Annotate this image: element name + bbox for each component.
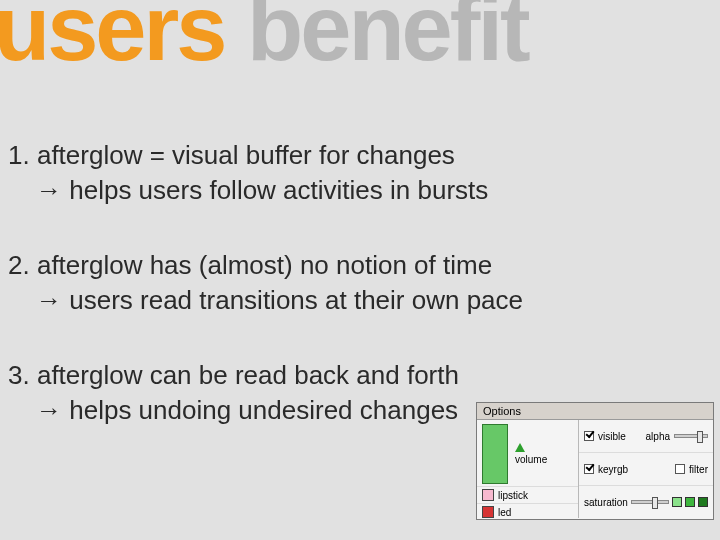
panel-right-column: visible alpha keyrgb filter saturation bbox=[579, 420, 713, 518]
filter-label: filter bbox=[689, 464, 708, 475]
alpha-slider[interactable] bbox=[674, 434, 708, 438]
saturation-row: saturation bbox=[579, 486, 713, 518]
visible-checkbox[interactable] bbox=[584, 431, 594, 441]
led-label: led bbox=[498, 507, 511, 518]
bullet-3-num: 3. bbox=[8, 360, 30, 390]
bullet-1-num: 1. bbox=[8, 140, 30, 170]
alpha-label: alpha bbox=[646, 431, 670, 442]
options-panel: Options volume lipstick led visibl bbox=[476, 402, 714, 520]
title-word-1: users bbox=[0, 0, 225, 79]
sat-swatch-3-icon bbox=[698, 497, 708, 507]
bullet-2-line1: afterglow has (almost) no notion of time bbox=[37, 250, 492, 280]
bullet-2: 2. afterglow has (almost) no notion of t… bbox=[8, 248, 690, 318]
led-row: led bbox=[477, 504, 578, 520]
bullet-3-line1: afterglow can be read back and forth bbox=[37, 360, 459, 390]
keyrgb-row: keyrgb filter bbox=[579, 453, 713, 486]
sat-swatch-2-icon bbox=[685, 497, 695, 507]
arrow-icon: → bbox=[36, 175, 62, 205]
arrow-icon: → bbox=[36, 395, 62, 425]
panel-title: Options bbox=[477, 403, 713, 420]
slide-title: users benefit bbox=[0, 0, 528, 74]
volume-row: volume bbox=[477, 420, 578, 487]
volume-label: volume bbox=[515, 454, 547, 465]
lipstick-row: lipstick bbox=[477, 487, 578, 504]
bullet-3-line2: helps undoing undesired changes bbox=[69, 395, 458, 425]
arrow-up-icon bbox=[515, 443, 525, 452]
arrow-icon: → bbox=[36, 285, 62, 315]
title-word-2: benefit bbox=[247, 0, 528, 79]
bullet-1-line1: afterglow = visual buffer for changes bbox=[37, 140, 455, 170]
panel-left-column: volume lipstick led bbox=[477, 420, 579, 518]
swatch-pink-icon bbox=[482, 489, 494, 501]
bullet-2-num: 2. bbox=[8, 250, 30, 280]
saturation-label: saturation bbox=[584, 497, 628, 508]
lipstick-label: lipstick bbox=[498, 490, 528, 501]
keyrgb-checkbox[interactable] bbox=[584, 464, 594, 474]
bullet-2-line2: users read transitions at their own pace bbox=[69, 285, 523, 315]
visible-label: visible bbox=[598, 431, 626, 442]
bullet-1: 1. afterglow = visual buffer for changes… bbox=[8, 138, 690, 208]
saturation-slider[interactable] bbox=[631, 500, 669, 504]
sat-swatch-1-icon bbox=[672, 497, 682, 507]
bullet-1-line2: helps users follow activities in bursts bbox=[69, 175, 488, 205]
swatch-red-icon bbox=[482, 506, 494, 518]
keyrgb-label: keyrgb bbox=[598, 464, 628, 475]
volume-bar-icon bbox=[482, 424, 508, 484]
visible-row: visible alpha bbox=[579, 420, 713, 453]
filter-checkbox[interactable] bbox=[675, 464, 685, 474]
